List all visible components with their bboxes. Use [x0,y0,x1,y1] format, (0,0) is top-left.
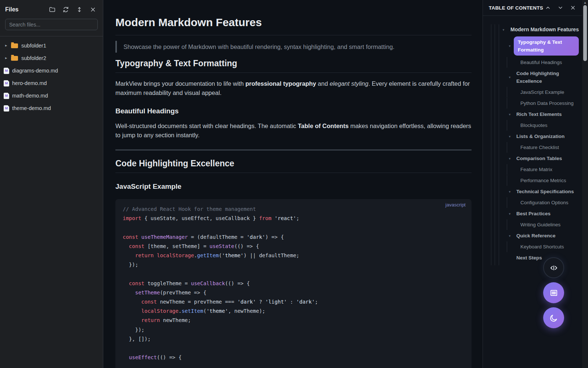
code-token [154,252,157,258]
toc-item-label: Typography & Text Formatting [514,36,579,56]
toc-item-keyboard-shortcuts[interactable]: Keyboard Shortcuts [483,241,582,252]
file-tree: subfolder1subfolder2Mdiagrams-demo.mdMhe… [0,36,103,114]
code-token: const [129,280,144,286]
folder-item-subfolder2[interactable]: subfolder2 [0,52,103,64]
text-run: elegant styling [330,80,369,87]
files-toolbar [49,6,98,13]
toc-item-next-steps[interactable]: Next Steps [483,252,582,263]
toc-item-typography-text-formatting[interactable]: Typography & Text Formatting [483,35,582,57]
toc-item-label: Performance Metrics [520,178,566,183]
caret-down-icon [508,210,511,217]
code-token: ? [256,299,265,305]
code-token: (() => { [234,243,259,249]
toc-item-technical-specifications[interactable]: Technical Specifications [483,186,582,197]
heading-javascript-example: JavaScript Example [115,183,472,191]
toc-item-rich-text-elements[interactable]: Rich Text Elements [483,109,582,120]
toc-item-performance-metrics[interactable]: Performance Metrics [483,175,582,186]
toc-next-button[interactable] [557,4,564,11]
code-token: ( [219,252,222,258]
toc-item-label: JavaScript Example [520,89,564,95]
file-name: math-demo.md [12,93,48,99]
toc-toggle-button[interactable] [543,282,564,303]
file-item-diagrams-demo-md[interactable]: Mdiagrams-demo.md [0,64,103,77]
close-files-button[interactable] [90,6,96,13]
toc-toolbar [545,4,576,11]
code-token: ( [203,308,206,314]
toc-prev-button[interactable] [545,4,551,11]
code-token: 'react' [275,215,296,221]
theme-toggle-button[interactable] [543,307,564,328]
code-line: }); [123,260,464,269]
toc-item-lists-organization[interactable]: Lists & Organization [483,131,582,142]
file-item-theme-demo-md[interactable]: Mtheme-demo.md [0,102,103,114]
scroll-up-arrow-icon[interactable] [582,1,588,4]
code-token: // Advanced React Hook for theme managem… [123,206,256,212]
code-token: useThemeManager [141,234,188,240]
window-scrollbar [582,0,588,368]
toc-item-comparison-tables[interactable]: Comparison Tables [483,153,582,164]
caret-down-icon [508,232,511,240]
scrollbar-thumb[interactable] [583,5,587,61]
code-token [123,354,129,360]
code-token: import [123,215,141,221]
close-toc-button[interactable] [570,4,576,11]
toc-item-beautiful-headings[interactable]: Beautiful Headings [483,57,582,68]
search-input[interactable] [5,19,98,30]
code-icon [549,263,559,273]
page-title: Modern Markdown Features [115,16,472,35]
toc-item-quick-reference[interactable]: Quick Reference [483,230,582,241]
code-token [123,317,141,323]
code-token: useCallback [191,280,225,286]
folder-name: subfolder2 [21,55,46,61]
list-icon [549,288,559,298]
code-token: useState [209,243,234,249]
blockquote: Showcase the power of Markdown with beau… [115,41,472,53]
expand-collapse-button[interactable] [76,6,83,13]
folder-icon [49,6,55,13]
folder-item-subfolder1[interactable]: subfolder1 [0,39,103,52]
markdown-file-icon: M [4,80,9,86]
toc-item-blockquotes[interactable]: Blockquotes [483,120,582,131]
text-run: and [316,80,330,87]
code-token: ) => { [265,234,284,240]
folder-icon [11,43,18,48]
toc-item-modern-markdown-features[interactable]: Modern Markdown Features [483,24,582,35]
file-item-hero-demo-md[interactable]: Mhero-demo.md [0,77,103,89]
toc-item-feature-checklist[interactable]: Feature Checklist [483,142,582,153]
folder-name: subfolder1 [21,43,46,49]
caret-down-icon [502,26,505,33]
code-token [123,280,129,286]
close-icon [90,6,96,13]
code-token: 'dark' [296,299,315,305]
toc-item-best-practices[interactable]: Best Practices [483,208,582,219]
code-line: const [theme, setTheme] = useState(() =>… [123,242,464,251]
expand-vertical-icon [76,6,83,13]
code-language-label: javascript [445,202,466,208]
code-view-button[interactable] [543,257,564,278]
file-name: theme-demo.md [12,105,51,111]
toc-item-configuration-options[interactable]: Configuration Options [483,197,582,208]
toc-item-label: Feature Checklist [520,145,559,150]
code-line [123,223,464,232]
toc-item-writing-guidelines[interactable]: Writing Guidelines [483,219,582,230]
toc-item-code-highlighting-excellence[interactable]: Code Highlighting Excellence [483,68,582,86]
code-token: localStorage [141,308,179,314]
refresh-icon [62,6,69,13]
toc-item-javascript-example[interactable]: JavaScript Example [483,87,582,98]
toc-item-label: Python Data Processing [520,100,574,106]
moon-icon [549,313,559,323]
toc-item-label: Best Practices [516,211,551,216]
code-token: return [141,317,160,323]
folder-icon [11,56,18,61]
toc-item-python-data-processing[interactable]: Python Data Processing [483,98,582,109]
text-run: professional typography [245,80,316,87]
file-item-math-demo-md[interactable]: Mmath-demo.md [0,89,103,102]
caret-right-icon [5,44,11,47]
files-header: Files [0,0,103,18]
refresh-button[interactable] [62,6,69,13]
code-token [123,252,135,258]
toc-item-feature-matrix[interactable]: Feature Matrix [483,164,582,175]
code-token: . [179,308,182,314]
open-folder-button[interactable] [49,6,55,13]
toc-item-label: Rich Text Elements [516,112,562,117]
